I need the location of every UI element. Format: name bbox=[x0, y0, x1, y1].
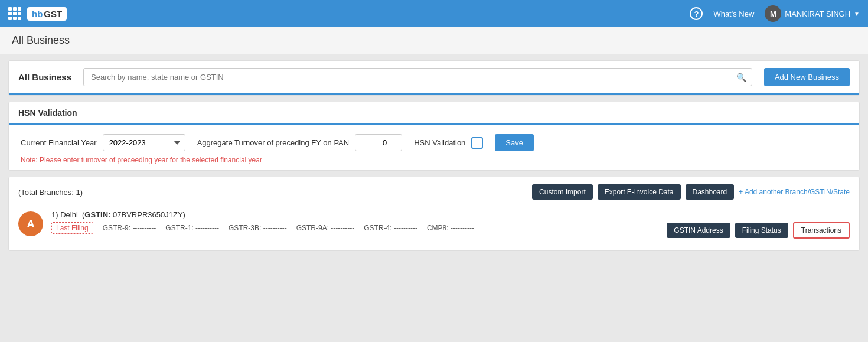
gstr9-label: GSTR-9: ---------- bbox=[103, 224, 156, 232]
biz-right-actions: GSTIN Address Filing Status Transactions bbox=[667, 222, 850, 239]
gstin-label: GSTIN: bbox=[84, 210, 110, 219]
whats-new-link[interactable]: What's New bbox=[713, 9, 754, 18]
transactions-button[interactable]: Transactions bbox=[793, 222, 850, 239]
hsn-validation-label: HSN Validation bbox=[414, 138, 465, 147]
biz-name-row: 1) Delhi (GSTIN: 07BVRPR3650J1ZY) bbox=[51, 210, 658, 219]
business-list-panel: (Total Branches: 1) Custom Import Export… bbox=[8, 177, 860, 251]
gstin-value: 07BVRPR3650J1ZY bbox=[113, 210, 183, 219]
biz-info: 1) Delhi (GSTIN: 07BVRPR3650J1ZY) Last F… bbox=[51, 210, 658, 234]
hsn-note: Note: Please enter turnover of preceedin… bbox=[21, 156, 847, 164]
user-avatar: M bbox=[765, 5, 781, 22]
search-input[interactable] bbox=[83, 68, 752, 86]
help-icon[interactable]: ? bbox=[690, 7, 703, 20]
hsn-checkbox[interactable] bbox=[471, 137, 483, 149]
gstr9a-label: GSTR-9A: ---------- bbox=[296, 224, 355, 232]
fy-select[interactable]: 2022-2023 bbox=[103, 134, 185, 151]
all-business-panel: All Business 🔍 Add New Business bbox=[8, 60, 860, 96]
gstin-address-button[interactable]: GSTIN Address bbox=[667, 223, 730, 238]
panel-header: All Business 🔍 Add New Business bbox=[9, 61, 859, 95]
hsn-validation-panel: HSN Validation Current Financial Year 20… bbox=[8, 102, 860, 171]
biz-filing-row: Last Filing GSTR-9: ---------- GSTR-1: -… bbox=[51, 222, 658, 234]
hsn-panel-body: Current Financial Year 2022-2023 Aggrega… bbox=[9, 125, 859, 170]
custom-import-button[interactable]: Custom Import bbox=[532, 184, 593, 200]
add-new-business-button[interactable]: Add New Business bbox=[764, 68, 850, 86]
biz-avatar: A bbox=[18, 211, 43, 236]
add-branch-link[interactable]: + Add another Branch/GSTIN/State bbox=[739, 188, 850, 196]
search-wrapper: 🔍 bbox=[83, 68, 752, 86]
search-button[interactable]: 🔍 bbox=[736, 73, 746, 82]
total-branches-label: (Total Branches: 1) bbox=[18, 188, 83, 197]
last-filing-badge[interactable]: Last Filing bbox=[51, 222, 93, 234]
hsn-checkbox-wrapper bbox=[471, 137, 483, 149]
turnover-field: Aggregate Turnover of preceding FY on PA… bbox=[197, 134, 403, 151]
fy-field: Current Financial Year 2022-2023 bbox=[21, 134, 185, 151]
hsn-panel-title: HSN Validation bbox=[9, 102, 859, 125]
turnover-input[interactable] bbox=[355, 134, 402, 151]
grid-menu-icon[interactable] bbox=[8, 7, 21, 20]
export-einvoice-button[interactable]: Export E-Invoice Data bbox=[598, 184, 681, 200]
filing-status-button[interactable]: Filing Status bbox=[735, 223, 788, 238]
hsn-validation-field: HSN Validation bbox=[414, 137, 483, 149]
turnover-label: Aggregate Turnover of preceding FY on PA… bbox=[197, 138, 350, 147]
panel-title: All Business bbox=[18, 72, 71, 82]
user-name: MANKIRAT SINGH bbox=[785, 9, 850, 18]
cmp8-label: CMP8: ---------- bbox=[427, 224, 474, 232]
biz-entry: A 1) Delhi (GSTIN: 07BVRPR3650J1ZY) Last… bbox=[18, 206, 850, 243]
biz-actions: Custom Import Export E-Invoice Data Dash… bbox=[532, 184, 850, 200]
page-title: All Business bbox=[0, 27, 868, 54]
biz-location: 1) Delhi bbox=[51, 210, 78, 219]
hsn-row: Current Financial Year 2022-2023 Aggrega… bbox=[21, 134, 847, 151]
nav-right: ? What's New M MANKIRAT SINGH ▼ bbox=[690, 5, 860, 22]
biz-panel-inner: (Total Branches: 1) Custom Import Export… bbox=[9, 177, 859, 250]
logo-hb: hb bbox=[32, 9, 43, 19]
gstr1-label: GSTR-1: ---------- bbox=[165, 224, 219, 232]
biz-top-row: (Total Branches: 1) Custom Import Export… bbox=[18, 184, 850, 200]
chevron-down-icon: ▼ bbox=[854, 11, 860, 17]
user-info[interactable]: M MANKIRAT SINGH ▼ bbox=[765, 5, 860, 22]
gstr3b-label: GSTR-3B: ---------- bbox=[229, 224, 287, 232]
nav-left: hb GST bbox=[8, 7, 67, 21]
top-navigation: hb GST ? What's New M MANKIRAT SINGH ▼ bbox=[0, 0, 868, 27]
gstr4-label: GSTR-4: ---------- bbox=[364, 224, 417, 232]
save-button[interactable]: Save bbox=[495, 134, 534, 151]
logo: hb GST bbox=[27, 7, 67, 21]
logo-gst: GST bbox=[44, 9, 62, 19]
dashboard-button[interactable]: Dashboard bbox=[686, 184, 735, 200]
fy-label: Current Financial Year bbox=[21, 138, 97, 147]
